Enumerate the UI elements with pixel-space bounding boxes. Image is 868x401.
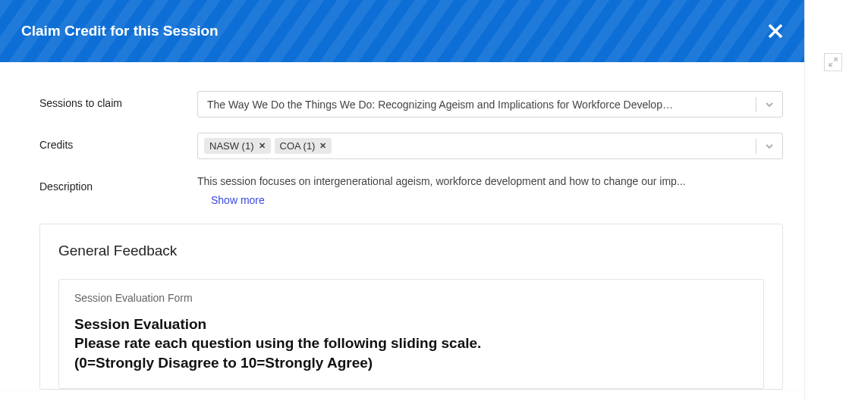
sessions-select-value: The Way We Do the Things We Do: Recogniz… xyxy=(198,99,756,111)
evaluation-line: (0=Strongly Disagree to 10=Strongly Agre… xyxy=(74,353,748,373)
close-button[interactable] xyxy=(765,20,786,42)
expand-button[interactable] xyxy=(824,53,842,71)
general-feedback-panel: General Feedback Session Evaluation Form… xyxy=(39,224,783,390)
session-evaluation-card: Session Evaluation Form Session Evaluati… xyxy=(58,279,764,389)
feedback-panel-title: General Feedback xyxy=(58,243,764,259)
chip-remove-icon[interactable]: ✕ xyxy=(259,141,266,151)
description-text: This session focuses on intergenerationa… xyxy=(197,174,783,190)
chevron-down-icon xyxy=(756,99,782,110)
evaluation-subtitle: Session Evaluation Form xyxy=(74,292,748,304)
credits-chip-container: NASW (1) ✕ COA (1) ✕ xyxy=(198,138,756,154)
claim-credit-modal: Claim Credit for this Session Sessions t… xyxy=(0,0,804,390)
show-more-link[interactable]: Show more xyxy=(211,194,265,206)
sessions-label: Sessions to claim xyxy=(39,91,197,109)
expand-icon xyxy=(828,57,838,67)
credits-multiselect[interactable]: NASW (1) ✕ COA (1) ✕ xyxy=(197,133,783,159)
sessions-row: Sessions to claim The Way We Do the Thin… xyxy=(39,91,783,117)
credit-chip: COA (1) ✕ xyxy=(275,138,332,154)
description-label: Description xyxy=(39,174,197,193)
modal-title: Claim Credit for this Session xyxy=(21,23,219,39)
modal-header: Claim Credit for this Session xyxy=(0,0,804,62)
credit-chip-label: NASW (1) xyxy=(209,140,254,152)
credits-label: Credits xyxy=(39,133,197,151)
modal-body: Sessions to claim The Way We Do the Thin… xyxy=(0,62,804,390)
evaluation-heading: Session Evaluation Please rate each ques… xyxy=(74,315,748,373)
description-row: Description This session focuses on inte… xyxy=(39,174,783,207)
evaluation-line: Session Evaluation xyxy=(74,315,748,334)
chevron-down-icon xyxy=(756,141,782,152)
sessions-select[interactable]: The Way We Do the Things We Do: Recogniz… xyxy=(197,91,783,117)
credit-chip: NASW (1) ✕ xyxy=(204,138,271,154)
close-icon xyxy=(767,23,784,39)
chip-remove-icon[interactable]: ✕ xyxy=(319,141,326,151)
credits-row: Credits NASW (1) ✕ COA (1) ✕ xyxy=(39,133,783,159)
evaluation-line: Please rate each question using the foll… xyxy=(74,334,748,353)
credit-chip-label: COA (1) xyxy=(280,140,316,152)
